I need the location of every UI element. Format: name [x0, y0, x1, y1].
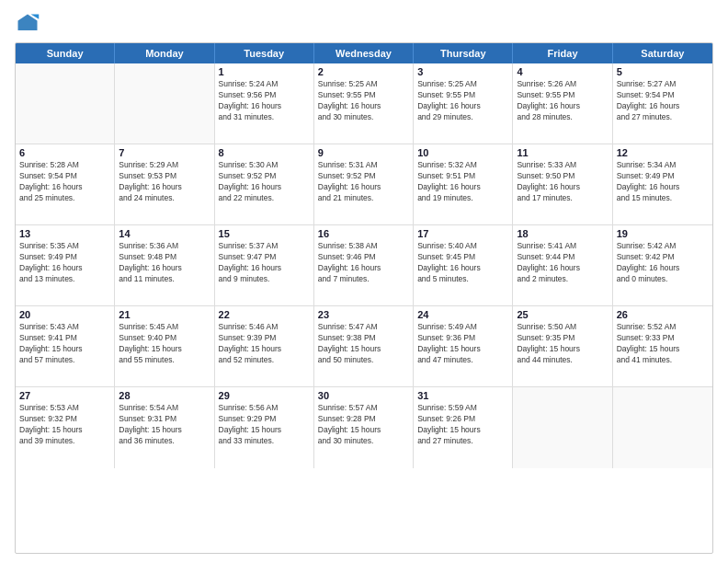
- day-number: 8: [219, 147, 310, 158]
- day-info: Sunrise: 5:56 AM Sunset: 9:29 PM Dayligh…: [219, 403, 310, 447]
- calendar-cell: 1Sunrise: 5:24 AM Sunset: 9:56 PM Daylig…: [215, 63, 314, 144]
- calendar-cell: 8Sunrise: 5:30 AM Sunset: 9:52 PM Daylig…: [215, 144, 314, 224]
- day-info: Sunrise: 5:46 AM Sunset: 9:39 PM Dayligh…: [219, 322, 310, 366]
- day-info: Sunrise: 5:43 AM Sunset: 9:41 PM Dayligh…: [19, 322, 110, 366]
- calendar-cell: 15Sunrise: 5:37 AM Sunset: 9:47 PM Dayli…: [215, 225, 314, 305]
- day-number: 31: [417, 390, 508, 401]
- calendar-cell: [513, 387, 612, 468]
- day-info: Sunrise: 5:42 AM Sunset: 9:42 PM Dayligh…: [617, 241, 709, 285]
- calendar-cell: 16Sunrise: 5:38 AM Sunset: 9:46 PM Dayli…: [314, 225, 414, 305]
- calendar-cell: 19Sunrise: 5:42 AM Sunset: 9:42 PM Dayli…: [613, 225, 712, 305]
- calendar-cell: 29Sunrise: 5:56 AM Sunset: 9:29 PM Dayli…: [215, 387, 314, 468]
- day-info: Sunrise: 5:41 AM Sunset: 9:44 PM Dayligh…: [517, 241, 608, 285]
- calendar-week-row: 6Sunrise: 5:28 AM Sunset: 9:54 PM Daylig…: [16, 144, 712, 225]
- calendar-cell: 2Sunrise: 5:25 AM Sunset: 9:55 PM Daylig…: [314, 63, 414, 144]
- calendar-cell: 4Sunrise: 5:26 AM Sunset: 9:55 PM Daylig…: [513, 63, 612, 144]
- day-info: Sunrise: 5:59 AM Sunset: 9:26 PM Dayligh…: [417, 403, 508, 447]
- calendar-cell: 22Sunrise: 5:46 AM Sunset: 9:39 PM Dayli…: [215, 306, 314, 386]
- day-info: Sunrise: 5:52 AM Sunset: 9:33 PM Dayligh…: [617, 322, 709, 366]
- calendar-cell: 21Sunrise: 5:45 AM Sunset: 9:40 PM Dayli…: [115, 306, 214, 386]
- day-number: 20: [19, 309, 110, 320]
- day-info: Sunrise: 5:38 AM Sunset: 9:46 PM Dayligh…: [318, 241, 409, 285]
- day-info: Sunrise: 5:24 AM Sunset: 9:56 PM Dayligh…: [219, 79, 310, 123]
- logo-icon: [15, 11, 40, 37]
- day-info: Sunrise: 5:50 AM Sunset: 9:35 PM Dayligh…: [517, 322, 608, 366]
- calendar-cell: 24Sunrise: 5:49 AM Sunset: 9:36 PM Dayli…: [414, 306, 513, 386]
- calendar: SundayMondayTuesdayWednesdayThursdayFrid…: [15, 42, 713, 554]
- day-number: 14: [119, 228, 210, 239]
- day-number: 7: [119, 147, 210, 158]
- day-info: Sunrise: 5:34 AM Sunset: 9:49 PM Dayligh…: [617, 160, 709, 204]
- day-number: 22: [219, 309, 310, 320]
- day-number: 9: [318, 147, 409, 158]
- day-info: Sunrise: 5:25 AM Sunset: 9:55 PM Dayligh…: [318, 79, 409, 123]
- calendar-cell: 28Sunrise: 5:54 AM Sunset: 9:31 PM Dayli…: [115, 387, 214, 468]
- calendar-cell: 25Sunrise: 5:50 AM Sunset: 9:35 PM Dayli…: [513, 306, 612, 386]
- calendar-cell: 13Sunrise: 5:35 AM Sunset: 9:49 PM Dayli…: [16, 225, 115, 305]
- calendar-cell: 20Sunrise: 5:43 AM Sunset: 9:41 PM Dayli…: [16, 306, 115, 386]
- calendar-header-cell: Friday: [513, 43, 612, 63]
- day-number: 13: [19, 228, 110, 239]
- day-number: 12: [617, 147, 709, 158]
- day-info: Sunrise: 5:35 AM Sunset: 9:49 PM Dayligh…: [19, 241, 110, 285]
- calendar-cell: 12Sunrise: 5:34 AM Sunset: 9:49 PM Dayli…: [613, 144, 712, 224]
- day-info: Sunrise: 5:30 AM Sunset: 9:52 PM Dayligh…: [219, 160, 310, 204]
- day-info: Sunrise: 5:25 AM Sunset: 9:55 PM Dayligh…: [417, 79, 508, 123]
- calendar-cell: 26Sunrise: 5:52 AM Sunset: 9:33 PM Dayli…: [613, 306, 712, 386]
- calendar-week-row: 27Sunrise: 5:53 AM Sunset: 9:32 PM Dayli…: [16, 387, 712, 468]
- calendar-cell: [613, 387, 712, 468]
- day-number: 23: [318, 309, 409, 320]
- calendar-cell: 18Sunrise: 5:41 AM Sunset: 9:44 PM Dayli…: [513, 225, 612, 305]
- day-info: Sunrise: 5:49 AM Sunset: 9:36 PM Dayligh…: [417, 322, 508, 366]
- calendar-cell: [16, 63, 115, 144]
- calendar-week-row: 20Sunrise: 5:43 AM Sunset: 9:41 PM Dayli…: [16, 306, 712, 387]
- calendar-cell: 27Sunrise: 5:53 AM Sunset: 9:32 PM Dayli…: [16, 387, 115, 468]
- day-info: Sunrise: 5:33 AM Sunset: 9:50 PM Dayligh…: [517, 160, 608, 204]
- calendar-header-cell: Tuesday: [215, 43, 314, 63]
- day-number: 4: [517, 66, 608, 77]
- calendar-cell: 9Sunrise: 5:31 AM Sunset: 9:52 PM Daylig…: [314, 144, 414, 224]
- day-info: Sunrise: 5:28 AM Sunset: 9:54 PM Dayligh…: [19, 160, 110, 204]
- calendar-cell: 23Sunrise: 5:47 AM Sunset: 9:38 PM Dayli…: [314, 306, 414, 386]
- logo: [15, 11, 44, 37]
- calendar-cell: 5Sunrise: 5:27 AM Sunset: 9:54 PM Daylig…: [613, 63, 712, 144]
- calendar-header-cell: Monday: [115, 43, 214, 63]
- day-info: Sunrise: 5:36 AM Sunset: 9:48 PM Dayligh…: [119, 241, 210, 285]
- day-info: Sunrise: 5:37 AM Sunset: 9:47 PM Dayligh…: [219, 241, 310, 285]
- calendar-cell: 11Sunrise: 5:33 AM Sunset: 9:50 PM Dayli…: [513, 144, 612, 224]
- calendar-cell: 10Sunrise: 5:32 AM Sunset: 9:51 PM Dayli…: [414, 144, 513, 224]
- day-number: 18: [517, 228, 608, 239]
- day-number: 28: [119, 390, 210, 401]
- day-number: 19: [617, 228, 709, 239]
- day-info: Sunrise: 5:31 AM Sunset: 9:52 PM Dayligh…: [318, 160, 409, 204]
- calendar-header-cell: Sunday: [16, 43, 115, 63]
- day-number: 11: [517, 147, 608, 158]
- svg-marker-0: [18, 15, 38, 31]
- day-number: 16: [318, 228, 409, 239]
- calendar-week-row: 1Sunrise: 5:24 AM Sunset: 9:56 PM Daylig…: [16, 63, 712, 144]
- calendar-cell: 3Sunrise: 5:25 AM Sunset: 9:55 PM Daylig…: [414, 63, 513, 144]
- calendar-cell: 30Sunrise: 5:57 AM Sunset: 9:28 PM Dayli…: [314, 387, 414, 468]
- day-info: Sunrise: 5:54 AM Sunset: 9:31 PM Dayligh…: [119, 403, 210, 447]
- day-number: 30: [318, 390, 409, 401]
- day-number: 29: [219, 390, 310, 401]
- calendar-cell: 14Sunrise: 5:36 AM Sunset: 9:48 PM Dayli…: [115, 225, 214, 305]
- calendar-cell: [115, 63, 214, 144]
- day-number: 17: [417, 228, 508, 239]
- day-number: 3: [417, 66, 508, 77]
- day-info: Sunrise: 5:53 AM Sunset: 9:32 PM Dayligh…: [19, 403, 110, 447]
- day-info: Sunrise: 5:27 AM Sunset: 9:54 PM Dayligh…: [617, 79, 709, 123]
- calendar-cell: 31Sunrise: 5:59 AM Sunset: 9:26 PM Dayli…: [414, 387, 513, 468]
- day-info: Sunrise: 5:45 AM Sunset: 9:40 PM Dayligh…: [119, 322, 210, 366]
- day-number: 15: [219, 228, 310, 239]
- day-number: 6: [19, 147, 110, 158]
- day-number: 2: [318, 66, 409, 77]
- day-number: 21: [119, 309, 210, 320]
- day-number: 27: [19, 390, 110, 401]
- day-number: 25: [517, 309, 608, 320]
- day-info: Sunrise: 5:32 AM Sunset: 9:51 PM Dayligh…: [417, 160, 508, 204]
- day-info: Sunrise: 5:26 AM Sunset: 9:55 PM Dayligh…: [517, 79, 608, 123]
- day-number: 1: [219, 66, 310, 77]
- calendar-header-cell: Thursday: [414, 43, 513, 63]
- page: SundayMondayTuesdayWednesdayThursdayFrid…: [0, 0, 728, 563]
